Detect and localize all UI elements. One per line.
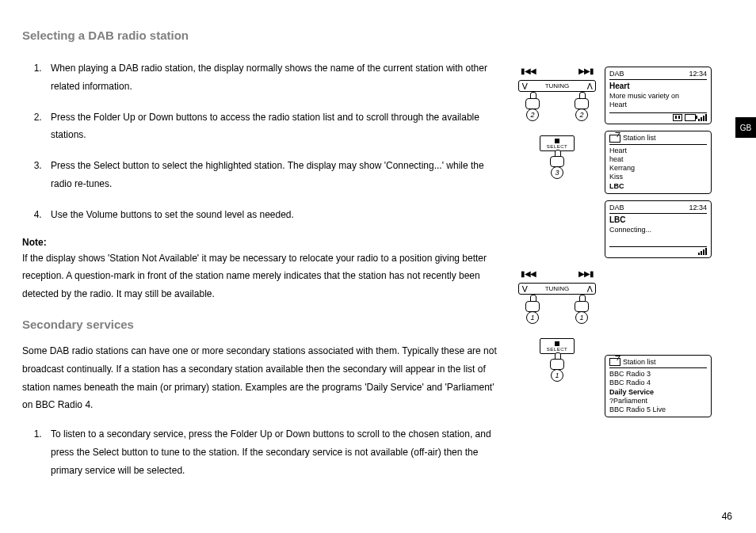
buttons-subcolumn: ▮◀◀ ▶▶▮ ⋁ TUNING ⋀ 2 bbox=[510, 67, 605, 493]
station-list-header: Station list bbox=[623, 134, 656, 143]
lcd-info-line: Heart bbox=[609, 101, 707, 109]
figure-column: ▮◀◀ ▶▶▮ ⋁ TUNING ⋀ 2 bbox=[510, 24, 734, 493]
note-body: If the display shows 'Station Not Availa… bbox=[22, 249, 502, 303]
tuning-control-figure: ▮◀◀ ▶▶▮ ⋁ TUNING ⋀ 1 bbox=[510, 269, 605, 382]
stop-square-icon bbox=[555, 341, 559, 346]
signal-icon bbox=[698, 248, 707, 255]
lcd-info-line: Connecting... bbox=[609, 226, 707, 234]
chevron-down-icon: ⋁ bbox=[519, 285, 530, 292]
station-list-item-selected: LBC bbox=[609, 182, 707, 191]
tuning-label: TUNING bbox=[530, 82, 584, 89]
skip-next-icon: ▶▶▮ bbox=[578, 67, 594, 75]
step-item: Use the Volume buttons to set the sound … bbox=[44, 206, 502, 224]
press-hand-icon bbox=[525, 92, 540, 111]
select-control-figure: SELECT 3 bbox=[510, 121, 605, 179]
select-control-figure: SELECT 1 bbox=[510, 324, 605, 382]
tuning-control-figure: ▮◀◀ ▶▶▮ ⋁ TUNING ⋀ 2 bbox=[510, 67, 605, 179]
tuning-button: ⋁ TUNING ⋀ bbox=[518, 80, 596, 92]
station-list-item: BBC Radio 3 bbox=[609, 370, 707, 379]
secondary-intro: Some DAB radio stations can have one or … bbox=[22, 342, 502, 414]
content-row: Selecting a DAB radio station When playi… bbox=[22, 24, 734, 493]
section-heading-dab: Selecting a DAB radio station bbox=[22, 29, 502, 42]
hands-row: 2 2 bbox=[510, 93, 605, 121]
station-list-item: Kerrang bbox=[609, 164, 707, 173]
select-button: SELECT bbox=[540, 338, 575, 354]
station-list-item-selected: Daily Service bbox=[609, 388, 707, 397]
hands-row: 1 1 bbox=[510, 296, 605, 324]
press-hand-icon bbox=[575, 295, 589, 314]
step-item: When playing a DAB radio station, the di… bbox=[44, 59, 502, 96]
steps-list-2: To listen to a secondary service, press … bbox=[22, 425, 502, 479]
lcd-screen-station-list: Station list BBC Radio 3 BBC Radio 4 Dai… bbox=[605, 355, 712, 418]
chevron-up-icon: ⋀ bbox=[584, 285, 595, 292]
note-label: Note: bbox=[22, 237, 502, 248]
lcd-info-line: More music variety on bbox=[609, 92, 707, 101]
press-hand-icon bbox=[550, 352, 564, 371]
skip-next-icon: ▶▶▮ bbox=[578, 269, 594, 278]
lcd-station-name: Heart bbox=[609, 82, 707, 92]
station-list-item: ?Parliament bbox=[609, 397, 707, 405]
station-list-item: Heart bbox=[609, 147, 707, 155]
press-hand-icon bbox=[550, 150, 564, 169]
manual-page: GB Selecting a DAB radio station When pl… bbox=[0, 0, 756, 533]
spacer bbox=[605, 265, 712, 355]
skip-icons-row: ▮◀◀ ▶▶▮ bbox=[510, 269, 605, 283]
station-list-item: BBC Radio 5 Live bbox=[609, 405, 707, 414]
skip-prev-icon: ▮◀◀ bbox=[521, 269, 536, 278]
station-list-item: BBC Radio 4 bbox=[609, 379, 707, 387]
lcd-station-name: LBC bbox=[609, 215, 707, 226]
station-list-item: heat bbox=[609, 155, 707, 164]
lcd-screen-playing: DAB 12:34 Heart More music variety on He… bbox=[605, 67, 712, 124]
chevron-up-icon: ⋀ bbox=[584, 82, 595, 89]
stop-square-icon bbox=[555, 139, 559, 143]
lcd-mode: DAB bbox=[609, 204, 624, 212]
step-item: To listen to a secondary service, press … bbox=[44, 425, 502, 479]
tuning-label: TUNING bbox=[530, 285, 584, 292]
lcd-screen-station-list: Station list Heart heat Kerrang Kiss LBC bbox=[605, 131, 712, 194]
tuning-button: ⋁ TUNING ⋀ bbox=[518, 283, 596, 295]
language-tab: GB bbox=[735, 117, 756, 138]
battery-icon bbox=[685, 114, 696, 121]
station-list-item: Kiss bbox=[609, 173, 707, 181]
skip-icons-row: ▮◀◀ ▶▶▮ bbox=[510, 67, 605, 80]
lcd-mode: DAB bbox=[609, 70, 624, 78]
press-hand-icon bbox=[525, 295, 540, 314]
step-item: Press the Folder Up or Down buttons to a… bbox=[44, 109, 502, 145]
chevron-down-icon: ⋁ bbox=[519, 82, 530, 89]
lcd-screen-connecting: DAB 12:34 LBC Connecting... bbox=[605, 200, 712, 258]
text-column: Selecting a DAB radio station When playi… bbox=[22, 24, 510, 493]
radio-icon bbox=[609, 358, 620, 366]
step-item: Press the Select button to select the hi… bbox=[44, 157, 502, 193]
radio-icon bbox=[609, 135, 620, 143]
lcd-info-line bbox=[609, 234, 707, 243]
stereo-icon bbox=[673, 114, 682, 121]
press-hand-icon bbox=[575, 92, 589, 111]
section-heading-secondary: Secondary services bbox=[22, 318, 502, 331]
station-list-header: Station list bbox=[623, 358, 656, 367]
steps-list-1: When playing a DAB radio station, the di… bbox=[22, 59, 502, 224]
signal-icon bbox=[698, 114, 707, 121]
page-number: 46 bbox=[722, 511, 732, 522]
screens-subcolumn: DAB 12:34 Heart More music variety on He… bbox=[605, 67, 712, 493]
lcd-time: 12:34 bbox=[689, 204, 707, 212]
skip-prev-icon: ▮◀◀ bbox=[521, 67, 536, 75]
lcd-time: 12:34 bbox=[689, 70, 707, 78]
select-button: SELECT bbox=[540, 135, 575, 151]
